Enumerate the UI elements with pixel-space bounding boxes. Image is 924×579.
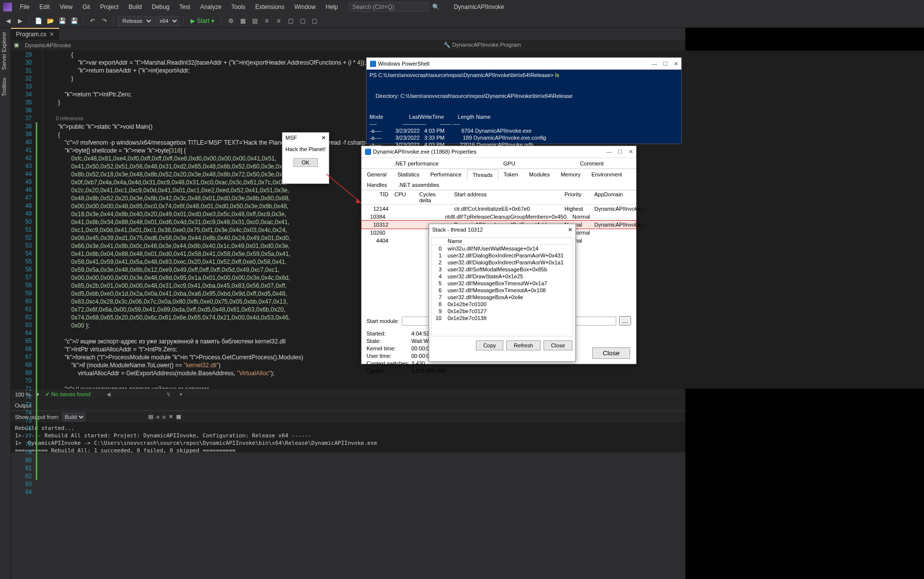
close-button[interactable]: Close: [592, 347, 630, 359]
menu-build[interactable]: Build: [125, 1, 146, 12]
close-icon[interactable]: ✕: [49, 31, 54, 38]
redo-icon[interactable]: ↷: [99, 16, 109, 26]
ph-tab-memory[interactable]: Memory: [555, 169, 586, 179]
stack-frame[interactable]: 90x1e2be7c0127: [432, 308, 573, 315]
ph-tab-statistics[interactable]: Statistics: [392, 169, 425, 179]
thread-row[interactable]: 12144clr.dll!CoUninitializeEE+0x67e0High…: [362, 205, 636, 213]
stack-frame[interactable]: 4user32.dll!DrawStateA+0x1e25: [432, 273, 573, 280]
chevron-icon[interactable]: ◀: [106, 391, 110, 398]
menu-git[interactable]: Git: [79, 1, 94, 12]
toolbox-tab[interactable]: Toolbox: [0, 74, 8, 100]
new-project-icon[interactable]: 📄: [33, 16, 43, 26]
tool-icon[interactable]: ▢: [297, 16, 307, 26]
ph-tab[interactable]: Comment: [574, 158, 609, 168]
col-cpu[interactable]: CPU: [391, 190, 416, 204]
search-input[interactable]: Search (Ctrl+Q): [349, 2, 428, 12]
minimize-icon[interactable]: —: [606, 149, 612, 155]
output-source-dropdown[interactable]: Build: [62, 413, 86, 421]
stack-frame[interactable]: 1user32.dll!DialogBoxIndirectParamAorW+0…: [432, 252, 573, 259]
close-icon[interactable]: ✕: [321, 135, 326, 141]
save-icon[interactable]: 💾: [57, 16, 67, 26]
menu-project[interactable]: Project: [96, 1, 122, 12]
search-icon[interactable]: 🔍: [432, 3, 440, 10]
stack-frame[interactable]: 0win32u.dll!NtUserWaitMessage+0x14: [432, 245, 573, 252]
stack-frame[interactable]: 3user32.dll!SoftModalMessageBox+0x85b: [432, 266, 573, 273]
col-start-address[interactable]: Start address: [451, 190, 561, 204]
menu-help[interactable]: Help: [322, 1, 342, 12]
close-icon[interactable]: ✕: [674, 61, 678, 67]
thread-row[interactable]: 10384ntdll.dll!TpReleaseCleanupGroupMemb…: [362, 213, 636, 221]
col-appdomain[interactable]: AppDomain: [591, 190, 636, 204]
platform-dropdown[interactable]: x64: [155, 16, 179, 26]
tool-icon[interactable]: ▢: [285, 16, 295, 26]
tool-icon[interactable]: ✕: [169, 414, 173, 420]
col-priority[interactable]: Priority: [561, 190, 591, 204]
maximize-icon[interactable]: ☐: [618, 149, 623, 155]
tool-icon[interactable]: ≡: [262, 16, 272, 26]
menu-window[interactable]: Window: [290, 1, 320, 12]
ph-tab-handles[interactable]: Handles: [362, 179, 392, 190]
ph-tab[interactable]: GPU: [498, 158, 521, 168]
menu-tools[interactable]: Tools: [227, 1, 249, 12]
open-icon[interactable]: 📂: [45, 16, 55, 26]
stack-frame[interactable]: 5user32.dll!MessageBoxTimeoutW+0x1a7: [432, 280, 573, 287]
stack-frame[interactable]: 7user32.dll!MessageBoxA+0x4e: [432, 294, 573, 301]
stack-frame[interactable]: 2user32.dll!DialogBoxIndirectParamAorW+0…: [432, 259, 573, 266]
save-all-icon[interactable]: 💾: [69, 16, 79, 26]
browse-button[interactable]: …: [619, 316, 631, 326]
stack-frame[interactable]: 80x1e2be7c0100: [432, 301, 573, 308]
ph-tab-token[interactable]: Token: [498, 169, 524, 179]
ph-tab-general[interactable]: General: [362, 169, 392, 179]
solution-name: DynamicAPIInvoke: [454, 3, 504, 10]
ph-tab-environment[interactable]: Environment: [586, 169, 628, 179]
copy-button[interactable]: Copy: [476, 340, 504, 350]
tool-icon[interactable]: ▤: [148, 414, 153, 420]
col-name[interactable]: Name: [445, 238, 573, 245]
ph-tab[interactable]: .NET performance: [388, 158, 444, 168]
refresh-button[interactable]: Refresh: [506, 340, 541, 350]
stack-frame[interactable]: 6user32.dll!MessageBoxTimeoutA+0x108: [432, 287, 573, 294]
stack-grid[interactable]: Name 0win32u.dll!NtUserWaitMessage+0x141…: [431, 237, 573, 336]
tool-icon[interactable]: ▦: [238, 16, 248, 26]
close-icon[interactable]: ✕: [629, 149, 633, 155]
crumb-project[interactable]: DynamicAPIInvoke: [22, 42, 74, 48]
menu-edit[interactable]: Edit: [35, 1, 54, 12]
tool-icon[interactable]: ≡: [274, 16, 283, 26]
tool-icon[interactable]: ▤: [250, 16, 260, 26]
issues-status[interactable]: ✔ No issues found: [45, 391, 91, 398]
server-explorer-tab[interactable]: Server Explorer: [0, 28, 8, 74]
menu-test[interactable]: Test: [176, 1, 194, 12]
tool-icon[interactable]: ▦: [176, 414, 181, 420]
ph-tab-.net assemblies[interactable]: .NET assemblies: [392, 179, 445, 190]
crumb-class[interactable]: 🔧 DynamicAPIInvoke.Program: [441, 42, 524, 48]
ph-tab-modules[interactable]: Modules: [524, 169, 555, 179]
close-button[interactable]: Close: [544, 340, 572, 350]
tool-icon[interactable]: ↯: [166, 391, 171, 398]
minimize-icon[interactable]: —: [651, 61, 657, 67]
ph-tab-threads[interactable]: Threads: [467, 169, 498, 180]
toolbar: ◀ ▶ 📄 📂 💾 💾 ↶ ↷ Release x64 ▶ Start ▾ ⚙ …: [0, 14, 924, 28]
maximize-icon[interactable]: ☐: [663, 61, 668, 67]
menu-extensions[interactable]: Extensions: [251, 1, 288, 12]
tool-icon[interactable]: ▾: [180, 391, 183, 398]
nav-fwd-icon[interactable]: ▶: [15, 16, 25, 26]
config-dropdown[interactable]: Release: [118, 16, 153, 26]
tool-icon[interactable]: ≡: [163, 414, 166, 420]
menu-view[interactable]: View: [56, 1, 77, 12]
menu-analyze[interactable]: Analyze: [196, 1, 226, 12]
ph-tab-performance[interactable]: Performance: [425, 169, 467, 179]
close-icon[interactable]: ✕: [568, 227, 572, 233]
tool-icon[interactable]: ⚙: [226, 16, 236, 26]
tab-program-cs[interactable]: Program.cs ✕: [11, 28, 59, 40]
nav-back-icon[interactable]: ◀: [3, 16, 13, 26]
tool-icon[interactable]: ≡: [156, 414, 159, 420]
undo-icon[interactable]: ↶: [88, 16, 97, 26]
menu-debug[interactable]: Debug: [148, 1, 173, 12]
col-cycles[interactable]: Cycles delta: [416, 190, 451, 204]
start-button[interactable]: ▶ Start ▾: [187, 17, 217, 24]
stack-frame[interactable]: 100x1e2be7c0138: [432, 315, 573, 322]
ok-button[interactable]: OK: [293, 158, 318, 167]
menu-file[interactable]: File: [16, 1, 33, 12]
tool-icon[interactable]: ▢: [309, 16, 319, 26]
col-tid[interactable]: TID: [362, 190, 391, 204]
